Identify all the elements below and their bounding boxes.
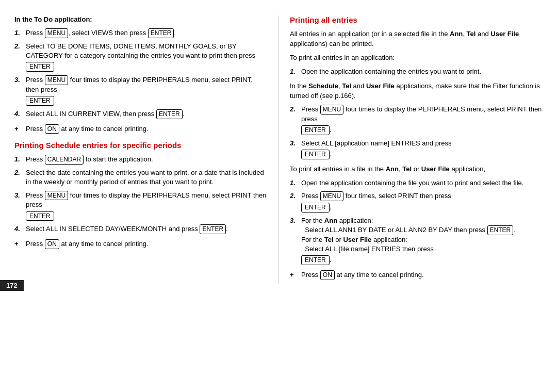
enter-key: ENTER xyxy=(200,224,226,234)
step-num: 1. xyxy=(14,155,24,165)
step-num: 2. xyxy=(14,42,24,72)
to-print-para: To print all entries in an application: xyxy=(290,53,543,63)
plus-text: Press ON at any time to cancel printing. xyxy=(301,270,543,280)
enter-key: ENTER xyxy=(301,125,330,135)
step-num: 3. xyxy=(290,216,299,265)
on-key: ON xyxy=(45,124,59,134)
ae-step-3: 3. Select ALL [application name] ENTRIES… xyxy=(290,139,543,159)
step-text: Open the application containing the entr… xyxy=(301,67,543,76)
todo-steps: 1. Press MENU, select VIEWS then press E… xyxy=(14,28,267,119)
step-num: 2. xyxy=(290,191,299,213)
enter-key: ENTER xyxy=(26,96,54,106)
menu-key: MENU xyxy=(320,105,343,115)
all-entries-steps3: 1. Open the application containing the f… xyxy=(290,178,543,265)
enter-key: ENTER xyxy=(301,150,330,159)
sched-step-2: 2. Select the date containing the entrie… xyxy=(14,168,267,187)
step-text: Select the date containing the entries y… xyxy=(26,168,267,187)
ann-bold2: Ann xyxy=(386,165,399,173)
step-num: 3. xyxy=(14,75,24,106)
sched-step-1: 1. Press CALENDAR to start the applicati… xyxy=(14,155,267,165)
enter-key: ENTER xyxy=(26,62,54,72)
file-step-3: 3. For the Ann application: Select ALL A… xyxy=(290,216,543,265)
sched-step-4: 4. Select ALL IN SELECTED DAY/WEEK/MONTH… xyxy=(14,224,267,234)
step-num: 1. xyxy=(290,178,299,188)
plus-text: Press ON at any time to cancel printing. xyxy=(26,239,267,249)
step-num: 2. xyxy=(290,105,299,135)
tel-bold4: Tel xyxy=(324,236,334,243)
step-num: 3. xyxy=(290,139,299,159)
step-text: Press MENU four times, select PRINT then… xyxy=(301,191,543,213)
section-title-schedule: Printing Schedule entries for specific p… xyxy=(14,141,267,150)
ae-step-1: 1. Open the application containing the e… xyxy=(290,67,543,76)
file-para: To print all entries in a file in the An… xyxy=(290,165,543,174)
enter-key: ENTER xyxy=(301,203,330,213)
step-text: Select ALL IN CURRENT VIEW, then press E… xyxy=(26,109,267,119)
enter-key: ENTER xyxy=(26,211,54,221)
plus-item-cancel-2: + Press ON at any time to cancel printin… xyxy=(14,239,267,249)
step-num: 2. xyxy=(14,168,24,187)
menu-key: MENU xyxy=(320,191,343,201)
userfile-bold2: User File xyxy=(366,82,395,90)
menu-key: MENU xyxy=(45,191,68,201)
left-column: In the To Do application: 1. Press MENU,… xyxy=(14,15,278,284)
tel-bold2: Tel xyxy=(342,82,351,90)
plus-text: Press ON at any time to cancel printing. xyxy=(26,124,267,134)
step-text: Press CALENDAR to start the application. xyxy=(26,155,267,165)
step-text: Select ALL [application name] ENTRIES an… xyxy=(301,139,543,159)
step-text: For the Ann application: Select ALL ANN1… xyxy=(301,216,543,265)
on-key: ON xyxy=(45,239,59,249)
plus-symbol: + xyxy=(290,270,299,280)
step-text: Press MENU, select VIEWS then press ENTE… xyxy=(26,28,267,38)
step-text: Select TO BE DONE ITEMS, DONE ITEMS, MON… xyxy=(26,42,267,72)
enter-key: ENTER xyxy=(301,255,330,265)
all-entries-steps2: 2. Press MENU four times to display the … xyxy=(290,105,543,159)
schedule-steps: 1. Press CALENDAR to start the applicati… xyxy=(14,155,267,234)
ae-step-2: 2. Press MENU four times to display the … xyxy=(290,105,543,135)
step-text: Open the application containing the file… xyxy=(301,178,543,188)
enter-key: ENTER xyxy=(487,225,514,235)
plus-item-cancel: + Press ON at any time to cancel printin… xyxy=(14,124,267,134)
sched-step-3: 3. Press MENU four times to display the … xyxy=(14,191,267,221)
all-entries-steps1: 1. Open the application containing the e… xyxy=(290,67,543,76)
userfile-bold: User File xyxy=(490,30,519,38)
enter-key: ENTER xyxy=(148,28,174,38)
plus-symbol: + xyxy=(14,239,24,249)
step-num: 4. xyxy=(14,224,24,234)
plus-symbol: + xyxy=(14,124,24,134)
intro-para: All entries in an application (or in a s… xyxy=(290,29,543,49)
plus-item-cancel-3: + Press ON at any time to cancel printin… xyxy=(290,270,543,280)
step-text: Press MENU four times to display the PER… xyxy=(301,105,543,135)
step-num: 3. xyxy=(14,191,24,221)
step-text: Press MENU four times to display the PER… xyxy=(26,191,267,221)
right-column: Printing all entries All entries in an a… xyxy=(278,15,543,284)
tel-bold: Tel xyxy=(467,30,476,38)
step-num: 1. xyxy=(14,28,24,38)
filter-para: In the Schedule, Tel and User File appli… xyxy=(290,81,543,101)
step-3: 3. Press MENU four times to display the … xyxy=(14,75,267,106)
calendar-key: CALENDAR xyxy=(45,155,84,165)
step-1: 1. Press MENU, select VIEWS then press E… xyxy=(14,28,267,38)
step-text: Select ALL IN SELECTED DAY/WEEK/MONTH an… xyxy=(26,224,267,234)
ann-bold: Ann xyxy=(450,30,463,38)
step-2: 2. Select TO BE DONE ITEMS, DONE ITEMS, … xyxy=(14,42,267,72)
page-content: In the To Do application: 1. Press MENU,… xyxy=(0,0,557,294)
ann-bold3: Ann xyxy=(324,217,337,224)
step-num: 4. xyxy=(14,109,24,119)
tel-bold3: Tel xyxy=(402,165,412,173)
step-text: Press MENU four times to display the PER… xyxy=(26,75,267,106)
file-step-1: 1. Open the application containing the f… xyxy=(290,178,543,188)
step-4: 4. Select ALL IN CURRENT VIEW, then pres… xyxy=(14,109,267,119)
step-num: 1. xyxy=(290,67,299,76)
userfile-bold3: User File xyxy=(421,165,450,173)
enter-key: ENTER xyxy=(156,109,183,119)
userfile-bold4: User File xyxy=(343,236,371,243)
menu-key: MENU xyxy=(45,28,68,38)
page-number: 172 xyxy=(0,280,24,291)
schedule-bold: Schedule xyxy=(308,82,338,90)
on-key: ON xyxy=(320,270,335,280)
file-step-2: 2. Press MENU four times, select PRINT t… xyxy=(290,191,543,213)
section-title-todo: In the To Do application: xyxy=(14,15,267,23)
menu-key: MENU xyxy=(45,75,68,85)
section-title-all-entries: Printing all entries xyxy=(290,15,543,24)
